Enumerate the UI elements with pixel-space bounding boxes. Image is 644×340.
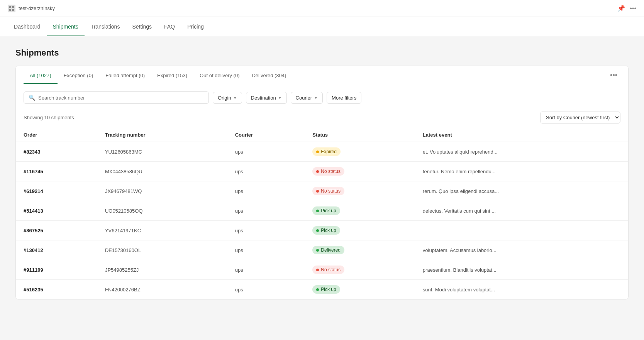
top-bar: test-dzerzhinsky 📌 ••• xyxy=(0,0,644,17)
svg-rect-1 xyxy=(12,6,14,8)
status-badge: Pick up xyxy=(312,206,340,215)
more-icon[interactable]: ••• xyxy=(630,5,636,12)
order-number: #130412 xyxy=(24,247,43,253)
courier-name: ups xyxy=(235,267,243,273)
order-number: #619214 xyxy=(24,188,43,194)
chevron-down-icon: ▼ xyxy=(233,96,237,100)
table-row[interactable]: #867525 YV62141971KC ups Pick up — xyxy=(16,221,628,240)
chevron-down-icon: ▼ xyxy=(314,96,318,100)
nav-item-settings[interactable]: Settings xyxy=(126,17,158,36)
status-badge: Pick up xyxy=(312,285,340,294)
sort-select[interactable]: Sort by Courier (newest first) xyxy=(540,112,620,123)
tracking-number: DE15730160OL xyxy=(105,247,141,253)
tab-out-of-delivery[interactable]: Out of delivery (0) xyxy=(193,67,246,84)
courier-name: ups xyxy=(235,208,243,214)
status-badge: No status xyxy=(312,187,344,195)
status-dot xyxy=(316,151,319,153)
svg-rect-3 xyxy=(12,9,14,11)
chevron-down-icon: ▼ xyxy=(278,96,282,100)
status-dot xyxy=(316,210,319,212)
status-label: No status xyxy=(321,267,341,272)
status-badge: Expired xyxy=(312,147,341,156)
search-box: 🔍 xyxy=(24,91,209,104)
status-dot xyxy=(316,269,319,271)
status-badge: Pick up xyxy=(312,226,340,235)
order-number: #867525 xyxy=(24,228,43,233)
tabs-more-button[interactable]: ••• xyxy=(607,66,620,85)
tab-all[interactable]: All (1027) xyxy=(24,67,58,84)
tab-failed-attempt[interactable]: Failed attempt (0) xyxy=(99,67,151,84)
table-row[interactable]: #619214 JX94679481WQ ups No status rerum… xyxy=(16,181,628,201)
status-label: Pick up xyxy=(321,287,336,292)
status-label: Pick up xyxy=(321,228,336,233)
status-label: No status xyxy=(321,169,341,174)
event-text: et. Voluptates aliquid reprehend... xyxy=(423,149,498,155)
col-order: Order xyxy=(16,128,97,142)
table-row[interactable]: #516235 FN42000276BZ ups Pick up sunt. M… xyxy=(16,280,628,299)
courier-name: ups xyxy=(235,149,243,155)
main-content: Shipments All (1027) Exception (0) Faile… xyxy=(0,36,644,311)
tracking-number: FN42000276BZ xyxy=(105,287,141,293)
tracking-number: JX94679481WQ xyxy=(105,188,142,194)
tabs-bar: All (1027) Exception (0) Failed attempt … xyxy=(16,66,628,85)
courier-name: ups xyxy=(235,287,243,293)
shipments-card: All (1027) Exception (0) Failed attempt … xyxy=(15,66,629,299)
nav-item-dashboard[interactable]: Dashboard xyxy=(8,17,47,36)
col-tracking: Tracking number xyxy=(97,128,227,142)
status-badge: No status xyxy=(312,266,344,274)
table-header: Order Tracking number Courier Status Lat… xyxy=(16,128,628,142)
status-label: Delivered xyxy=(321,247,341,253)
destination-filter-button[interactable]: Destination ▼ xyxy=(246,92,287,104)
table-body: #82343 YU12605863MC ups Expired et. Volu… xyxy=(16,142,628,299)
status-dot xyxy=(316,170,319,173)
nav-item-faq[interactable]: FAQ xyxy=(158,17,181,36)
svg-rect-0 xyxy=(9,6,11,8)
event-text: rerum. Quo ipsa eligendi accusa... xyxy=(423,188,499,194)
shipments-table: Order Tracking number Courier Status Lat… xyxy=(16,128,628,299)
table-row[interactable]: #911109 JP54985255ZJ ups No status praes… xyxy=(16,260,628,280)
origin-filter-button[interactable]: Origin ▼ xyxy=(213,92,242,104)
event-text: delectus. Veritatis cum qui sint ... xyxy=(423,208,496,214)
status-dot xyxy=(316,190,319,193)
table-row[interactable]: #130412 DE15730160OL ups Delivered volup… xyxy=(16,240,628,260)
nav-item-pricing[interactable]: Pricing xyxy=(181,17,210,36)
col-status: Status xyxy=(305,128,415,142)
search-input[interactable] xyxy=(38,95,204,101)
nav-item-translations[interactable]: Translations xyxy=(85,17,126,36)
order-number: #116745 xyxy=(24,169,43,174)
order-number: #516235 xyxy=(24,287,43,293)
status-label: Pick up xyxy=(321,208,336,213)
tracking-number: JP54985255ZJ xyxy=(105,267,139,273)
table-row[interactable]: #116745 MX04438586QU ups No status tenet… xyxy=(16,162,628,181)
pin-icon[interactable]: 📌 xyxy=(617,5,625,12)
top-bar-right: 📌 ••• xyxy=(617,5,636,12)
courier-name: ups xyxy=(235,247,243,253)
order-number: #82343 xyxy=(24,149,40,155)
event-dash: — xyxy=(423,228,428,233)
tab-expired[interactable]: Expired (153) xyxy=(151,67,193,84)
table-row[interactable]: #82343 YU12605863MC ups Expired et. Volu… xyxy=(16,142,628,162)
tracking-number: YU12605863MC xyxy=(105,149,142,155)
tab-delivered[interactable]: Delivered (304) xyxy=(246,67,292,84)
results-bar: Showing 10 shipments Sort by Courier (ne… xyxy=(16,110,628,128)
tab-exception[interactable]: Exception (0) xyxy=(58,67,100,84)
status-badge: Delivered xyxy=(312,246,344,254)
status-label: No status xyxy=(321,188,341,194)
status-label: Expired xyxy=(321,149,337,154)
search-icon: 🔍 xyxy=(29,95,35,101)
filters-bar: 🔍 Origin ▼ Destination ▼ Courier ▼ More … xyxy=(16,85,628,110)
order-number: #911109 xyxy=(24,267,43,273)
more-filters-button[interactable]: More filters xyxy=(327,92,361,104)
nav-item-shipments[interactable]: Shipments xyxy=(47,17,85,36)
status-dot xyxy=(316,249,319,252)
top-bar-left: test-dzerzhinsky xyxy=(8,5,55,12)
courier-filter-button[interactable]: Courier ▼ xyxy=(291,92,323,104)
status-dot xyxy=(316,229,319,232)
courier-name: ups xyxy=(235,188,243,194)
app-logo xyxy=(8,5,15,12)
tracking-number: YV62141971KC xyxy=(105,228,141,233)
table-row[interactable]: #514413 UO05210585OQ ups Pick up delectu… xyxy=(16,201,628,221)
results-count: Showing 10 shipments xyxy=(24,115,74,120)
status-badge: No status xyxy=(312,167,344,176)
page-title: Shipments xyxy=(15,48,629,58)
